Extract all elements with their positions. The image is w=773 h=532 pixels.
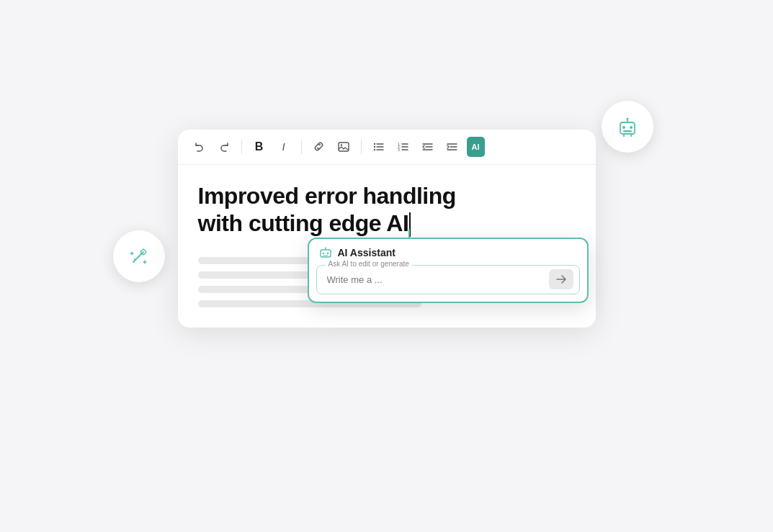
ai-assistant-icon [319, 246, 332, 259]
svg-rect-5 [623, 130, 632, 132]
ai-input-wrapper: Ask AI to edit or generate [316, 265, 580, 294]
svg-rect-0 [620, 122, 635, 134]
ordered-list-button[interactable]: 1.2.3. [393, 137, 414, 157]
robot-circle [602, 101, 653, 153]
svg-point-19 [374, 146, 375, 148]
ai-input-label: Ask AI to edit or generate [326, 260, 412, 268]
indent-increase-button[interactable] [442, 137, 463, 157]
magic-wand-icon [128, 245, 151, 268]
toolbar-divider-3 [361, 140, 362, 154]
undo-button[interactable] [189, 137, 210, 157]
redo-button[interactable] [214, 137, 234, 157]
svg-point-2 [626, 117, 628, 120]
svg-point-4 [630, 126, 633, 129]
wand-circle [113, 230, 165, 282]
svg-point-14 [134, 258, 135, 260]
ai-submit-button[interactable] [549, 269, 573, 289]
svg-point-16 [340, 144, 341, 145]
svg-point-21 [374, 149, 375, 150]
bold-button[interactable]: B [249, 137, 269, 157]
ai-popup-title: AI Assistant [338, 247, 396, 258]
ai-assistant-popup: AI Assistant Ask AI to edit or generate [308, 238, 589, 303]
svg-point-17 [374, 143, 375, 145]
svg-rect-15 [339, 143, 349, 151]
image-button[interactable] [334, 137, 354, 157]
ai-popup-body: Ask AI to edit or generate [309, 265, 587, 302]
svg-point-39 [326, 252, 329, 254]
ai-toolbar-button[interactable]: AI [467, 137, 485, 157]
ai-prompt-input[interactable] [317, 266, 579, 294]
toolbar-divider-1 [241, 140, 242, 154]
scene: B I 1.2.3. AI [135, 86, 639, 446]
svg-point-3 [622, 126, 625, 129]
toolbar-divider-2 [301, 140, 302, 154]
bullet-list-button[interactable] [369, 137, 389, 157]
link-button[interactable] [309, 137, 329, 157]
indent-decrease-button[interactable] [418, 137, 438, 157]
svg-point-37 [325, 247, 326, 248]
robot-icon [615, 114, 640, 140]
svg-point-38 [322, 252, 324, 254]
italic-button[interactable]: I [274, 137, 294, 157]
text-cursor [409, 212, 411, 237]
editor-title: Improved error handling with cutting edg… [198, 182, 576, 238]
toolbar: B I 1.2.3. AI [178, 130, 596, 165]
svg-text:3.: 3. [398, 148, 401, 151]
